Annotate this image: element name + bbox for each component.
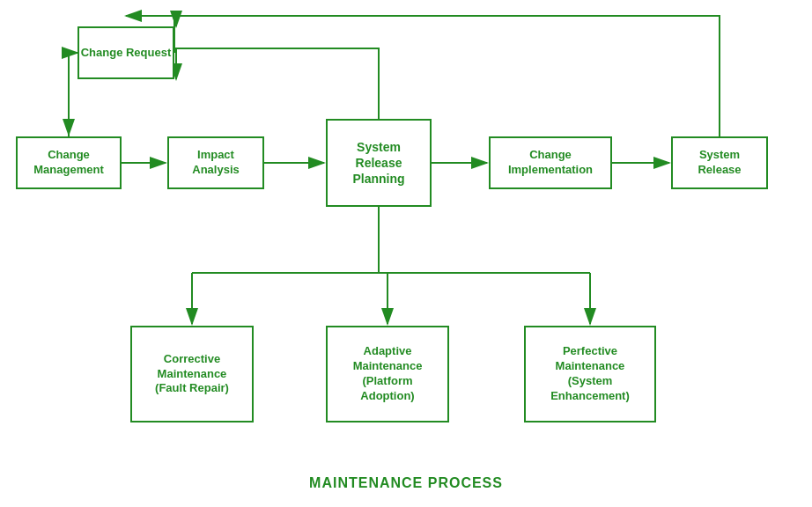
change-request-box: Change Request	[78, 26, 174, 79]
diagram-title: MAINTENANCE PROCESS	[0, 475, 812, 491]
system-release-box: SystemRelease	[671, 136, 768, 189]
impact-analysis-box: ImpactAnalysis	[167, 136, 264, 189]
perfective-maintenance-box: PerfectiveMaintenance(SystemEnhancement)	[524, 326, 656, 422]
change-management-box: ChangeManagement	[16, 136, 122, 189]
adaptive-maintenance-box: AdaptiveMaintenance(PlatformAdoption)	[326, 326, 449, 422]
corrective-maintenance-box: CorrectiveMaintenance(Fault Repair)	[130, 326, 254, 422]
change-implementation-box: ChangeImplementation	[489, 136, 612, 189]
diagram-container: Change Request ChangeManagement ImpactAn…	[0, 0, 812, 507]
system-release-planning-box: SystemReleasePlanning	[326, 119, 432, 207]
